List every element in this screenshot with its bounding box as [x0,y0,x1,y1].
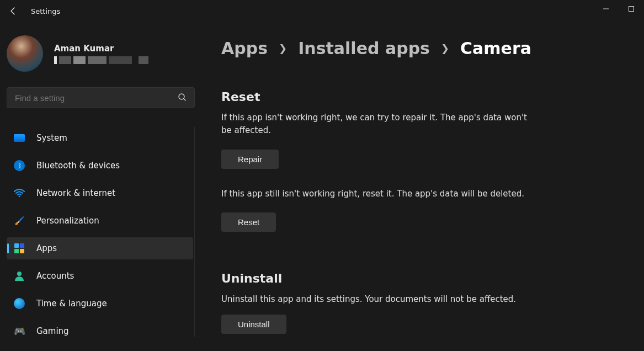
window-title: Settings [31,7,60,15]
sidebar-item-label: Apps [36,243,57,253]
reset-description: If this app still isn't working right, r… [221,188,608,200]
sidebar-item-time-language[interactable]: Time & language [7,292,193,315]
sidebar-item-bluetooth[interactable]: ᛒ Bluetooth & devices [7,155,193,177]
chevron-right-icon: ❯ [441,42,449,54]
wifi-icon [13,187,25,199]
profile-info: Aman Kumar [54,44,195,64]
content: Apps ❯ Installed apps ❯ Camera Reset If … [201,22,644,351]
sidebar-item-accounts[interactable]: Accounts [7,265,193,287]
breadcrumb-current: Camera [460,39,531,58]
sidebar-item-system[interactable]: System [7,127,193,149]
maximize-icon [628,6,635,12]
sidebar-item-label: Time & language [36,299,107,309]
maximize-button[interactable] [619,0,644,18]
profile-name: Aman Kumar [54,44,195,54]
repair-button[interactable]: Repair [221,150,279,169]
monitor-icon [13,132,25,144]
uninstall-button[interactable]: Uninstall [221,315,286,334]
repair-description: If this app isn't working right, we can … [221,111,530,137]
reset-button[interactable]: Reset [221,212,276,232]
sidebar-item-label: System [36,133,67,143]
profile[interactable]: Aman Kumar [7,26,195,87]
sidebar-item-gaming[interactable]: 🎮 Gaming [7,320,193,342]
nav: System ᛒ Bluetooth & devices Network & i… [7,127,195,337]
sidebar-item-apps[interactable]: Apps [7,237,193,259]
sidebar-item-label: Accounts [36,271,74,281]
paintbrush-icon: 🖌️ [13,215,25,227]
minimize-icon [603,6,609,12]
back-button[interactable] [4,2,22,20]
breadcrumb-installed-apps[interactable]: Installed apps [298,39,430,58]
window-controls [593,0,644,18]
sidebar: Aman Kumar System [0,22,201,351]
sidebar-item-network[interactable]: Network & internet [7,182,193,204]
svg-point-2 [19,196,20,198]
globe-clock-icon [13,297,25,310]
avatar [7,35,43,72]
breadcrumb-apps[interactable]: Apps [221,39,268,58]
reset-heading: Reset [221,90,622,104]
svg-point-3 [17,272,22,276]
gamepad-icon: 🎮 [13,325,25,337]
apps-icon [13,242,25,254]
svg-point-1 [179,94,184,99]
sidebar-item-label: Gaming [36,326,69,336]
minimize-button[interactable] [593,0,619,18]
svg-rect-0 [629,7,634,12]
person-icon [13,270,25,282]
titlebar: Settings [0,0,644,22]
sidebar-item-label: Personalization [36,216,99,226]
search-input[interactable] [15,93,178,103]
search-icon [178,93,187,103]
arrow-left-icon [9,7,18,15]
profile-email-redacted [54,56,195,64]
uninstall-heading: Uninstall [221,272,622,285]
breadcrumb: Apps ❯ Installed apps ❯ Camera [221,39,622,58]
sidebar-item-label: Bluetooth & devices [36,161,120,171]
sidebar-item-label: Network & internet [36,188,115,198]
search-box[interactable] [7,87,195,108]
bluetooth-icon: ᛒ [13,159,25,172]
uninstall-description: Uninstall this app and its settings. You… [221,293,608,306]
sidebar-item-personalization[interactable]: 🖌️ Personalization [7,210,193,232]
chevron-right-icon: ❯ [279,42,287,54]
